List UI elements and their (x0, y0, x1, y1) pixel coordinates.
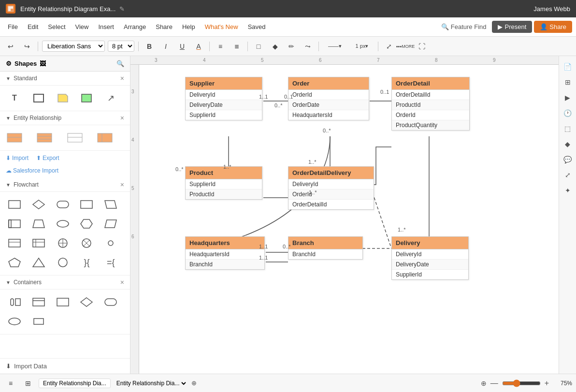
bottom-list-icon[interactable]: ≡ (4, 377, 17, 390)
fc-circle2[interactable] (54, 254, 72, 271)
extra-button[interactable]: ⤢ (382, 40, 396, 53)
canvas-area[interactable]: 3 4 5 6 7 8 9 3 4 5 6 (130, 56, 559, 374)
font-family-select[interactable]: Liberation Sans (42, 41, 105, 52)
entity-supplier[interactable]: Supplier DeliveryId DeliveryDate Supplie… (185, 77, 262, 120)
fc-parallelogram[interactable] (102, 196, 119, 213)
italic-button[interactable]: I (159, 40, 173, 53)
shape-color-rect[interactable] (78, 89, 95, 107)
fc-rounded[interactable] (54, 196, 72, 213)
menu-view[interactable]: View (72, 21, 93, 32)
diagram-canvas[interactable]: Supplier DeliveryId DeliveryDate Supplie… (139, 65, 559, 374)
section-containers[interactable]: ▼ Containers × (0, 276, 130, 290)
er-shape-2[interactable] (36, 129, 53, 146)
align-left-button[interactable]: ≡ (214, 40, 227, 53)
entity-order[interactable]: Order OrderId OrderDate HeadquartersId (288, 77, 369, 120)
redo-button[interactable]: ↪ (20, 40, 34, 53)
container-diamond[interactable] (78, 293, 95, 311)
align-center-button[interactable]: ≣ (230, 40, 244, 53)
section-flowchart[interactable]: ▼ Flowchart × (0, 178, 130, 192)
section-standard[interactable]: ▼ Standard × (0, 72, 130, 86)
zoom-in-button[interactable]: + (543, 379, 551, 388)
section-er[interactable]: ▼ Entity Relationship × (0, 111, 130, 125)
fc-double[interactable] (30, 234, 47, 252)
salesforce-link[interactable]: ☁ Salesforce Import (6, 167, 124, 174)
feature-find[interactable]: 🔍 Feature Find (437, 21, 490, 32)
entity-headquarters[interactable]: Headquarters HeadquartersId BranchId (185, 236, 265, 270)
import-link[interactable]: ⬇ Import (6, 155, 29, 161)
zoom-slider[interactable] (502, 379, 541, 387)
undo-button[interactable]: ↩ (4, 40, 17, 53)
menu-edit[interactable]: Edit (24, 21, 42, 32)
right-layers-icon[interactable]: ⬚ (561, 122, 575, 135)
connector-button[interactable]: ⤳ (301, 40, 315, 53)
fc-curly-open[interactable]: }{ (78, 254, 95, 271)
fc-lines[interactable] (6, 234, 23, 252)
entity-orderdetail[interactable]: OrderDetail OrderDetailId ProductId Orde… (391, 77, 470, 131)
menu-share[interactable]: Share (152, 21, 176, 32)
right-expand-icon[interactable]: ⤢ (561, 168, 575, 182)
section-er-close[interactable]: × (120, 114, 124, 122)
section-standard-close[interactable]: × (120, 74, 124, 82)
line-width-select[interactable]: 1 px▾ (350, 40, 374, 53)
right-clock-icon[interactable]: 🕐 (561, 106, 575, 120)
entity-branch[interactable]: Branch BranchId (288, 236, 363, 260)
entity-product[interactable]: Product SupplierId ProductId (185, 166, 262, 200)
fc-hex[interactable] (78, 215, 95, 232)
zoom-out-button[interactable]: — (489, 379, 500, 388)
container-rect[interactable] (54, 293, 72, 311)
line-style-select[interactable]: ——▾ (323, 40, 347, 53)
export-link[interactable]: ⬆ Export (36, 155, 59, 161)
shape-style-button[interactable]: □ (252, 40, 265, 53)
right-play-icon[interactable]: ▶ (561, 91, 575, 104)
bottom-grid-icon[interactable]: ⊞ (21, 377, 35, 390)
section-flowchart-close[interactable]: × (120, 181, 124, 189)
fc-rect3[interactable] (6, 215, 23, 232)
font-size-select[interactable]: 8 pt 10 pt 12 pt (108, 41, 134, 52)
shape-arrow[interactable]: ↗ (102, 89, 119, 107)
fc-circle-plus[interactable] (54, 234, 72, 252)
fill-color-button[interactable]: ◆ (268, 40, 282, 53)
section-containers-close[interactable]: × (120, 278, 124, 286)
er-shape-3[interactable] (66, 129, 84, 146)
import-data-row[interactable]: ⬇ Import Data (0, 358, 130, 374)
er-shape-4[interactable] (96, 129, 114, 146)
add-page-button[interactable]: ⊕ (191, 379, 197, 387)
bold-button[interactable]: B (143, 40, 156, 53)
container-oval[interactable] (6, 313, 23, 330)
menu-help[interactable]: Help (178, 21, 199, 32)
fc-pentagon[interactable] (6, 254, 23, 271)
fc-para2[interactable] (102, 215, 119, 232)
right-page-icon[interactable]: 📄 (561, 60, 575, 73)
fc-rect2[interactable] (78, 196, 95, 213)
right-sparkle-icon[interactable]: ✦ (561, 184, 575, 197)
fc-triangle[interactable] (30, 254, 47, 271)
menu-insert[interactable]: Insert (94, 21, 118, 32)
entity-delivery[interactable]: Delivery DeliveryId DeliveryDate Supplie… (391, 236, 469, 280)
font-color-button[interactable]: A (192, 40, 205, 53)
right-diamond-icon[interactable]: ◆ (561, 137, 575, 151)
right-grid-icon[interactable]: ⊞ (561, 75, 575, 89)
fc-diamond[interactable] (30, 196, 47, 213)
sidebar-image-button[interactable]: 🖼 (40, 60, 46, 67)
more-button[interactable]: •••MORE (399, 40, 412, 53)
shape-note[interactable] (54, 89, 72, 107)
right-chat-icon[interactable]: 💬 (561, 153, 575, 166)
page-dropdown[interactable]: Entity Relationship Dia... (115, 379, 187, 387)
er-shape-1[interactable] (6, 129, 23, 146)
container-band[interactable] (30, 293, 47, 311)
sidebar-search-button[interactable]: 🔍 (116, 60, 124, 67)
menu-saved[interactable]: Saved (244, 21, 270, 32)
fc-small-circle[interactable] (102, 234, 119, 252)
fc-rect[interactable] (6, 196, 23, 213)
shape-rect[interactable] (30, 89, 47, 107)
container-small-rect[interactable] (30, 313, 47, 330)
menu-whats-new[interactable]: What's New (201, 21, 242, 32)
menu-arrange[interactable]: Arrange (120, 21, 150, 32)
menu-file[interactable]: File (4, 21, 22, 32)
fc-trapezoid[interactable] (30, 215, 47, 232)
container-rounded[interactable] (102, 293, 119, 311)
entity-orderdetaildelivery[interactable]: OrderDetailDelivery DeliveryId OrderId O… (288, 166, 374, 210)
container-pill[interactable] (6, 293, 23, 311)
fc-equals[interactable]: ={ (102, 254, 119, 271)
shape-text[interactable]: T (6, 89, 23, 107)
